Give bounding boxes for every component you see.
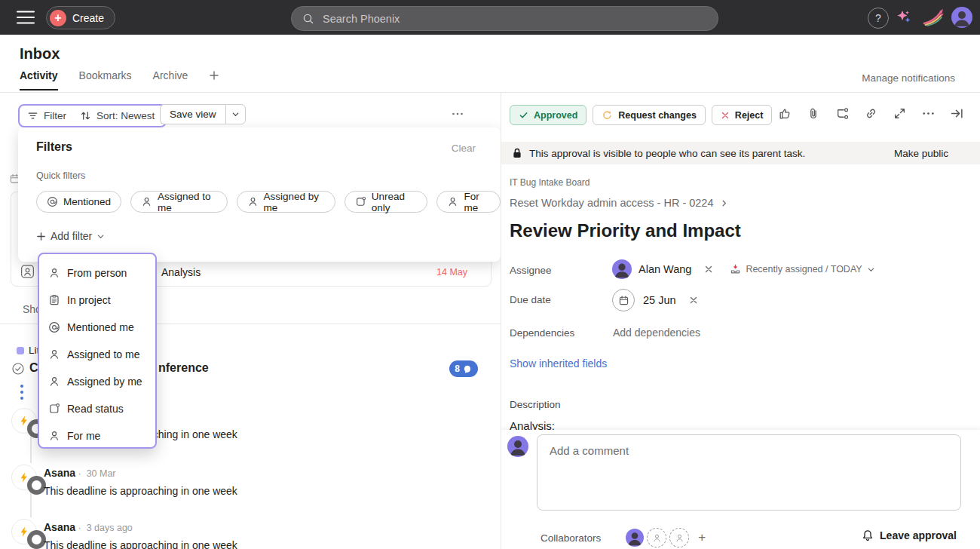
menu-item-label: Assigned by me <box>67 376 142 388</box>
add-filter-label: Add filter <box>51 230 92 242</box>
chip-assigned-by-me[interactable]: Assigned by me <box>237 191 335 213</box>
create-button[interactable]: + Create <box>46 6 115 29</box>
empty-collaborator-slot[interactable] <box>647 528 666 547</box>
add-filter-button[interactable]: Add filter <box>36 230 105 242</box>
sort-button[interactable]: Sort: Newest <box>80 110 155 121</box>
inbox-list-pane: Analysis 14 May Sho Lit C nference 8 Thi… <box>0 92 501 549</box>
chip-assigned-to-me[interactable]: Assigned to me <box>130 191 227 213</box>
avatar-silhouette <box>612 259 632 279</box>
assignee-avatar[interactable] <box>612 259 632 279</box>
add-tab-icon[interactable] <box>209 70 219 81</box>
menu-item-label: For me <box>67 430 100 442</box>
person-icon <box>48 376 60 388</box>
show-inherited-fields-link[interactable]: Show inherited fields <box>510 357 607 370</box>
add-dependencies-button[interactable]: Add dependencies <box>613 327 700 339</box>
user-avatar[interactable] <box>951 7 972 28</box>
privacy-banner-text: This approval is visible to people who c… <box>529 148 805 159</box>
save-view-dropdown-button[interactable] <box>225 104 246 124</box>
inbox-tray-icon <box>730 264 741 275</box>
note-icon <box>355 196 366 207</box>
chip-mentioned[interactable]: Mentioned <box>36 191 121 213</box>
tab-bookmarks[interactable]: Bookmarks <box>79 69 132 90</box>
tab-archive[interactable]: Archive <box>153 69 188 90</box>
menu-item-from-person[interactable]: From person <box>39 259 155 287</box>
manage-notifications-link[interactable]: Manage notifications <box>862 72 955 84</box>
due-date-label: Due date <box>510 294 551 305</box>
request-changes-icon <box>602 109 613 121</box>
calendar-icon[interactable] <box>612 289 635 311</box>
approval-badge-icon <box>20 263 35 279</box>
menu-item-for-me[interactable]: For me <box>39 422 155 449</box>
create-label: Create <box>72 12 104 24</box>
feed-item[interactable]: Asana3 days ago This deadline is approac… <box>0 519 501 549</box>
plus-icon <box>36 232 46 241</box>
feed-item[interactable]: Asana30 Mar This deadline is approaching… <box>0 465 501 504</box>
search-input[interactable] <box>321 12 707 26</box>
collaborator-avatar[interactable] <box>626 529 644 547</box>
menu-item-mentioned-me[interactable]: Mentioned me <box>39 314 155 341</box>
tab-bar: Activity Bookmarks Archive <box>20 69 219 90</box>
chevron-down-icon <box>867 265 875 274</box>
due-date-text[interactable]: 25 Jun <box>643 294 676 306</box>
empty-collaborator-slot[interactable] <box>669 528 689 547</box>
menu-item-label: From person <box>67 267 127 279</box>
tab-activity[interactable]: Activity <box>20 69 58 90</box>
assignee-section-picker[interactable]: Recently assigned / TODAY <box>730 264 874 275</box>
approved-button[interactable]: Approved <box>510 105 586 125</box>
copy-link-icon[interactable] <box>864 106 878 121</box>
chip-unread-only[interactable]: Unread only <box>345 191 428 213</box>
comment-count-badge[interactable]: 8 <box>449 360 478 377</box>
filter-icon <box>27 110 38 121</box>
approval-actions: Approved Request changes Reject <box>510 105 772 125</box>
lock-icon <box>512 147 522 159</box>
filter-button[interactable]: Filter <box>27 110 66 121</box>
make-public-button[interactable]: Make public <box>894 148 948 159</box>
feed-source: Asana <box>44 521 75 533</box>
clear-filters-link[interactable]: Clear <box>452 143 476 154</box>
save-view-button[interactable]: Save view <box>160 104 225 124</box>
ai-sparkles-icon[interactable] <box>896 9 912 26</box>
more-options-icon[interactable] <box>921 106 936 121</box>
request-changes-button[interactable]: Request changes <box>593 105 706 125</box>
breadcrumb-task[interactable]: Reset Workday admin access - HR - 0224 <box>510 197 728 209</box>
subtask-icon[interactable] <box>835 106 850 121</box>
assignee-name[interactable]: Alan Wang <box>639 263 691 275</box>
overflow-menu-icon[interactable] <box>20 385 23 400</box>
avatar-silhouette <box>507 436 528 457</box>
collaborators-row: Collaborators + <box>541 528 706 547</box>
search-icon <box>302 13 314 25</box>
add-collaborator-button[interactable]: + <box>698 530 706 545</box>
comment-count: 8 <box>455 363 460 374</box>
check-circle-icon[interactable] <box>11 362 25 376</box>
reject-button[interactable]: Reject <box>712 105 773 125</box>
chip-label: Unread only <box>372 191 418 213</box>
collapse-pane-icon[interactable] <box>950 106 964 121</box>
bell-icon <box>862 529 874 541</box>
hamburger-menu-icon[interactable] <box>16 8 35 26</box>
question-icon: ? <box>875 12 881 24</box>
celebration-streak-icon[interactable] <box>923 8 944 26</box>
task-title[interactable]: Review Priority and Impact <box>510 220 741 241</box>
chip-for-me[interactable]: For me <box>436 191 501 213</box>
remove-due-date-icon[interactable] <box>689 296 698 305</box>
filter-label: Filter <box>44 110 66 121</box>
menu-item-in-project[interactable]: In project <box>39 287 155 314</box>
menu-item-assigned-to-me[interactable]: Assigned to me <box>39 341 155 368</box>
search-bar[interactable] <box>291 6 718 31</box>
more-options-icon[interactable] <box>451 107 464 121</box>
help-button[interactable]: ? <box>868 8 889 29</box>
person-icon <box>652 533 662 543</box>
person-icon <box>247 196 259 207</box>
expand-icon[interactable] <box>893 106 907 121</box>
menu-item-read-status[interactable]: Read status <box>39 395 155 422</box>
remove-assignee-icon[interactable] <box>704 265 713 274</box>
menu-item-assigned-by-me[interactable]: Assigned by me <box>39 368 155 395</box>
like-icon[interactable] <box>778 106 792 121</box>
person-icon <box>48 348 60 360</box>
assignee-label: Assignee <box>510 265 552 276</box>
at-icon <box>47 196 58 207</box>
attachment-icon[interactable] <box>807 106 821 121</box>
comment-input[interactable] <box>537 435 960 510</box>
leave-approval-button[interactable]: Leave approval <box>862 529 957 541</box>
breadcrumb-project[interactable]: IT Bug Intake Board <box>510 177 590 188</box>
